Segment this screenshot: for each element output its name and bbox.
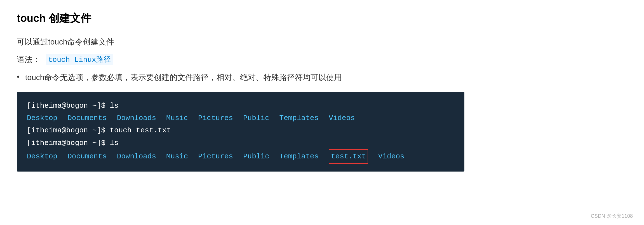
dir-templates-2: Templates [279,150,319,163]
dir-pictures-2: Pictures [198,150,233,163]
page-title: touch 创建文件 [17,11,627,25]
terminal-container: [itheima@bogon ~]$ ls Desktop Documents … [17,92,464,172]
terminal-prompt-1: [itheima@bogon ~]$ [27,100,110,112]
file-testtxt-highlighted: test.txt [329,149,368,164]
bullet-text: touch命令无选项，参数必填，表示要创建的文件路径，相对、绝对、特殊路径符均可… [25,72,342,83]
dir-documents-2: Documents [67,150,107,163]
dir-videos-2: Videos [378,150,405,163]
terminal-ls-output-1: Desktop Documents Downloads Music Pictur… [27,112,454,124]
syntax-label: 语法： [17,54,40,65]
terminal-line-4: [itheima@bogon ~]$ ls [27,137,454,149]
dir-desktop-2: Desktop [27,150,57,163]
bullet-point: • touch命令无选项，参数必填，表示要创建的文件路径，相对、绝对、特殊路径符… [17,72,627,83]
syntax-line: 语法： touch Linux路径 [17,54,627,65]
terminal-prompt-3: [itheima@bogon ~]$ [27,124,110,137]
dir-music-2: Music [166,150,188,163]
dir-downloads-2: Downloads [117,150,156,163]
terminal-cmd-3: touch test.txt [110,124,171,137]
dir-public-1: Public [243,112,269,124]
dir-downloads-1: Downloads [117,112,156,124]
dir-documents-1: Documents [67,112,107,124]
dir-desktop-1: Desktop [27,112,57,124]
dir-music-1: Music [166,112,188,124]
terminal-cmd-4: ls [110,137,118,149]
dir-templates-1: Templates [279,112,319,124]
watermark: CSDN @长安1108 [591,213,633,219]
syntax-code: touch Linux路径 [46,54,113,65]
terminal-cmd-1: ls [110,100,118,112]
bullet-dot: • [17,72,20,81]
dir-videos-1: Videos [329,112,355,124]
terminal-ls-output-2: Desktop Documents Downloads Music Pictur… [27,149,454,164]
dir-pictures-1: Pictures [198,112,233,124]
dir-public-2: Public [243,150,269,163]
terminal-line-3: [itheima@bogon ~]$ touch test.txt [27,124,454,137]
terminal-line-1: [itheima@bogon ~]$ ls [27,100,454,112]
terminal-prompt-4: [itheima@bogon ~]$ [27,137,110,149]
description-text: 可以通过touch命令创建文件 [17,37,627,47]
